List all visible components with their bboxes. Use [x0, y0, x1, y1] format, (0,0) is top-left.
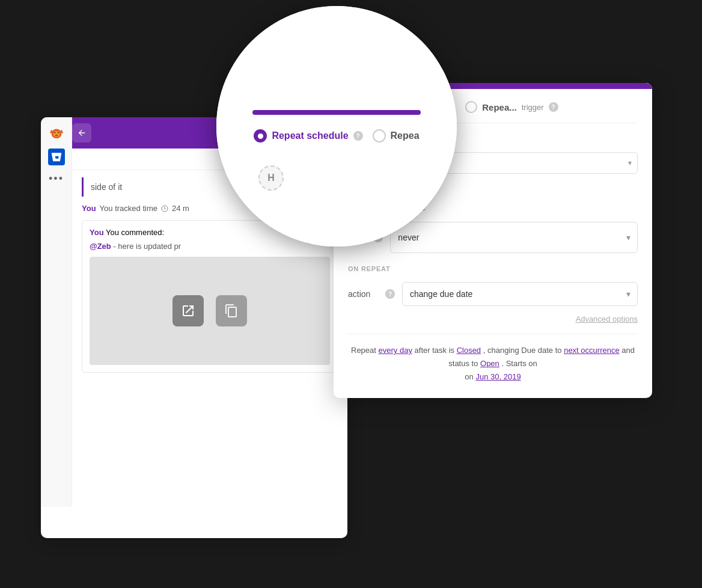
action-row: action ? change due date create new task… — [348, 282, 638, 306]
summary-area: Repeat every day after task is Closed , … — [348, 334, 638, 384]
summary-text-after-2: , changing Due date to — [483, 346, 564, 355]
you-label-tracked: You — [82, 204, 96, 213]
bitbucket-icon-btn[interactable] — [48, 149, 65, 165]
action-select[interactable]: change due date create new task reschedu… — [402, 282, 638, 306]
at-zeb: @Zeb — [90, 242, 111, 251]
summary-link-next-occurrence[interactable]: next occurrence — [564, 346, 620, 355]
ends-select-wrapper: never on date after occurrences ▾ — [390, 222, 638, 253]
h-avatar: H — [258, 165, 284, 191]
summary-link-date[interactable]: Jun 30, 2019 — [475, 372, 520, 381]
zoom-radio-selected[interactable]: Repeat schedule ? — [254, 129, 362, 142]
magnifier-circle: Repeat schedule ? Repea — [216, 6, 457, 247]
h-avatar-area: H — [258, 165, 284, 191]
on-repeat-label: ON REPEAT — [348, 265, 638, 272]
zoom-radio-unselected[interactable]: Repea — [373, 129, 420, 142]
comment-box: You You commented: @Zeb - here is update… — [82, 220, 338, 373]
fox-icon-btn[interactable] — [48, 124, 65, 141]
svg-point-8 — [58, 133, 58, 133]
you-label-comment: You — [90, 228, 104, 237]
open-btn[interactable] — [72, 123, 91, 142]
ends-select[interactable]: never on date after occurrences — [390, 222, 638, 253]
advanced-options-link[interactable]: Advanced options — [576, 314, 638, 323]
comment-text: @Zeb - here is updated pr — [90, 242, 330, 251]
comment-body: - here is updated pr — [113, 242, 181, 251]
radio-repeat-other[interactable]: Repea... trigger ? — [465, 101, 558, 113]
action-help-icon[interactable]: ? — [385, 289, 395, 299]
zoom-header-bar — [252, 110, 421, 115]
more-options-btn[interactable]: ••• — [49, 173, 64, 185]
image-area — [90, 257, 330, 365]
summary-link-closed[interactable]: Closed — [457, 346, 481, 355]
zoom-radio-row: Repeat schedule ? Repea — [252, 129, 421, 142]
action-label: action — [348, 289, 378, 299]
svg-point-6 — [55, 135, 57, 136]
zoom-repeat-schedule-label: Repeat schedule — [272, 130, 348, 141]
repeat-other-label: Repea... — [482, 102, 517, 112]
zoom-repeat-other-label: Repea — [391, 130, 420, 141]
zoom-radio-inner — [258, 133, 263, 139]
summary-text-after-4: . Starts on — [501, 359, 537, 368]
zoom-help-icon[interactable]: ? — [353, 131, 363, 141]
trigger-help[interactable]: ? — [549, 102, 558, 112]
zoom-radio-dot-selected — [254, 129, 267, 142]
svg-point-7 — [55, 133, 55, 133]
zoom-radio-dot-unselected — [373, 129, 386, 142]
summary-starts-on: on — [465, 372, 475, 381]
on-repeat-section: ON REPEAT action ? change due date creat… — [348, 265, 638, 324]
left-sidebar: ••• — [41, 117, 72, 507]
h-letter: H — [267, 173, 275, 183]
comment-header-text: You commented: — [106, 228, 164, 237]
copy-btn[interactable] — [216, 295, 247, 326]
summary-text-after-1: after task is — [415, 346, 457, 355]
action-select-wrapper: change due date create new task reschedu… — [402, 282, 638, 306]
summary-text-before-1: Repeat — [351, 346, 379, 355]
tracked-duration: 24 m — [172, 204, 189, 213]
radio-dot-unselected — [465, 101, 477, 113]
magnifier-content: Repeat schedule ? Repea — [216, 6, 457, 247]
external-link-btn[interactable] — [172, 295, 204, 326]
trigger-text: trigger — [522, 103, 544, 112]
advanced-options-area: Advanced options — [348, 313, 638, 324]
summary-link-every-day[interactable]: every day — [379, 346, 412, 355]
tracked-text: You tracked time — [100, 204, 157, 213]
magnified-view: Repeat schedule ? Repea — [252, 110, 421, 142]
summary-link-open[interactable]: Open — [480, 359, 499, 368]
